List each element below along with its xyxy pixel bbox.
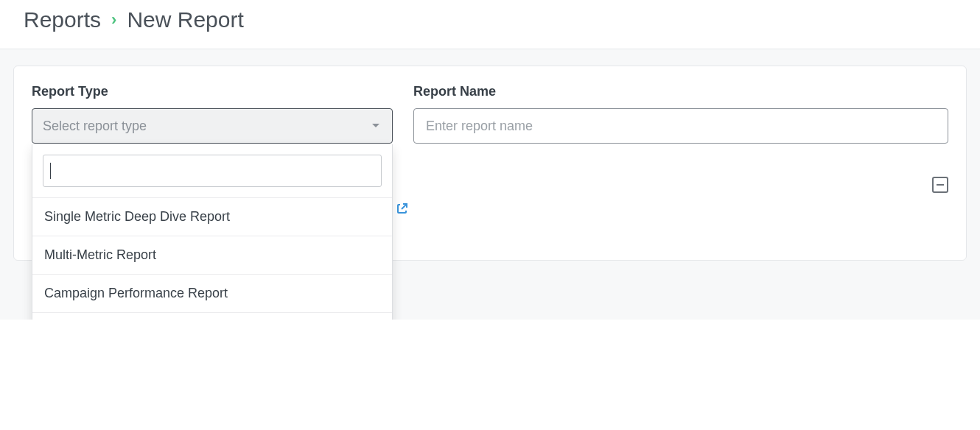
report-type-select[interactable]: Select report type Single Metric Dee — [32, 108, 393, 144]
text-cursor — [50, 163, 51, 179]
report-name-field: Report Name — [413, 84, 948, 144]
breadcrumb-current: New Report — [127, 7, 243, 32]
dropdown-option[interactable]: Campaign Performance Report — [32, 274, 392, 312]
external-link-icon — [396, 200, 408, 216]
dropdown-search-input[interactable] — [43, 155, 382, 187]
main-content: Report Type Select report type — [0, 49, 980, 320]
chevron-right-icon: › — [111, 10, 116, 29]
minus-icon — [937, 184, 944, 186]
dropdown-search-wrap — [32, 144, 392, 197]
report-name-input[interactable] — [413, 108, 948, 144]
dropdown-option[interactable]: Single Metric Deep Dive Report — [32, 197, 392, 236]
caret-down-icon — [371, 123, 380, 129]
form-row: Report Type Select report type — [32, 84, 948, 144]
breadcrumb: Reports › New Report — [24, 7, 956, 32]
report-type-field: Report Type Select report type — [32, 84, 393, 144]
collapse-toggle-button[interactable] — [932, 177, 948, 193]
dropdown-option[interactable]: Multi-Metric Report — [32, 236, 392, 274]
breadcrumb-root-link[interactable]: Reports — [24, 7, 101, 32]
dropdown-option-list: Single Metric Deep Dive Report Multi-Met… — [32, 197, 392, 320]
report-name-label: Report Name — [413, 84, 948, 99]
report-type-dropdown: Single Metric Deep Dive Report Multi-Met… — [32, 144, 393, 320]
dropdown-option[interactable]: Flows Performance Report — [32, 312, 392, 320]
report-type-label: Report Type — [32, 84, 393, 99]
report-type-placeholder: Select report type — [43, 119, 147, 134]
page-header: Reports › New Report — [0, 0, 980, 49]
report-card: Report Type Select report type — [13, 66, 967, 261]
